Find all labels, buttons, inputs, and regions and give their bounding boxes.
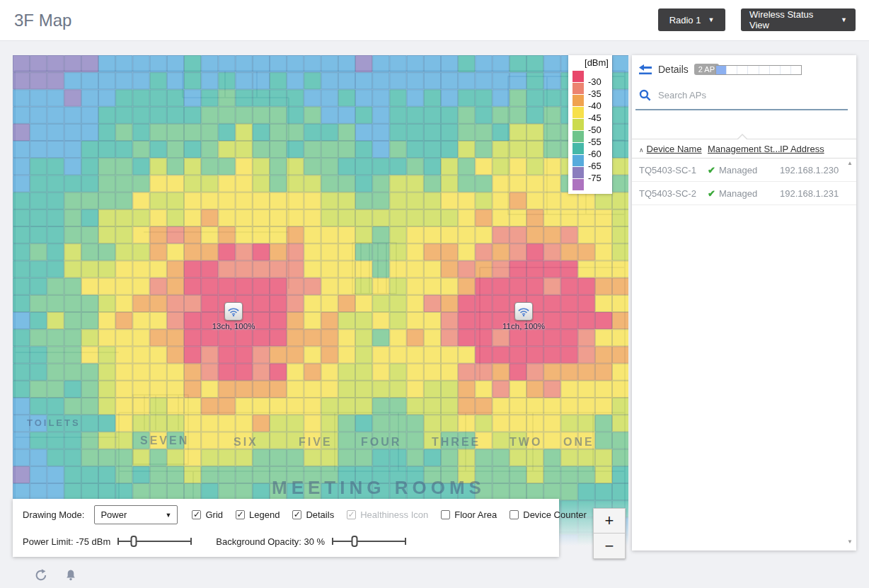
progress-segment [737, 66, 748, 74]
room-name-label: MEETING ROOMS [272, 477, 485, 499]
view-selector-button[interactable]: Wireless Status View ▼ [741, 8, 856, 31]
checkbox-label: Healthiness Icon [360, 509, 428, 520]
background-opacity-slider[interactable] [332, 534, 406, 548]
room-name-label: ONE [563, 436, 594, 449]
cell-management-status: ✔Managed [708, 165, 780, 175]
ap-table-row[interactable]: TQ5403-SC-2✔Managed192.168.1.231 [632, 182, 856, 205]
legend-swatch [572, 83, 584, 94]
progress-segment [791, 66, 801, 74]
page-title: 3F Map [14, 11, 71, 30]
zoom-out-button[interactable]: − [593, 534, 626, 559]
view-selector-label: Wireless Status View [749, 9, 834, 30]
legend-boundary-label: -60 [588, 149, 602, 159]
cell-device-name: TQ5403-SC-1 [639, 165, 708, 175]
zoom-in-button[interactable]: + [593, 508, 626, 534]
access-point-marker[interactable]: 11ch, 100% [514, 302, 533, 321]
search-aps-input[interactable]: Search APs [658, 90, 706, 100]
ap-channel-label: 13ch, 100% [212, 322, 255, 330]
room-name-label: TWO [510, 436, 542, 449]
checkbox-box[interactable] [441, 510, 450, 519]
room-name-label: SEVEN [140, 434, 189, 447]
health-progress-bar [715, 65, 802, 75]
legend-swatch [572, 107, 584, 118]
room-name-label: FOUR [361, 436, 401, 449]
ap-channel-label: 11ch, 100% [502, 322, 545, 330]
legend-boundary-label: -65 [588, 161, 602, 171]
table-header: ∧Device Name Management St... IP Address [632, 139, 856, 158]
details-panel: Details 2 AP Search APs ∧Device Name Man… [632, 55, 856, 550]
chevron-down-icon: ▼ [841, 16, 847, 23]
checkbox-box[interactable] [510, 510, 519, 519]
legend-boundary-label: -35 [588, 88, 602, 99]
checkbox-label: Legend [249, 509, 280, 520]
checkbox-grid[interactable]: ✓Grid [192, 509, 223, 520]
checkbox-legend[interactable]: ✓Legend [236, 509, 280, 520]
radio-selector-button[interactable]: Radio 1 ▼ [658, 8, 725, 31]
progress-segment [759, 66, 770, 74]
access-point-marker[interactable]: 13ch, 100% [224, 302, 243, 321]
legend-swatch [572, 119, 584, 130]
power-limit-slider[interactable] [117, 534, 192, 548]
drawing-controls-panel: Drawing Mode: Power ▼ ✓Grid✓Legend✓Detai… [13, 499, 559, 557]
room-name-label: FIVE [299, 436, 333, 449]
wifi-icon [517, 306, 530, 317]
managed-check-icon: ✔ [708, 165, 715, 175]
chevron-down-icon: ▼ [166, 512, 172, 519]
wifi-icon [227, 306, 240, 317]
checkbox-label: Device Counter [523, 509, 587, 520]
drawing-mode-label: Drawing Mode: [23, 509, 84, 520]
legend-swatch [572, 179, 584, 190]
progress-segment [716, 66, 727, 74]
collapse-panel-icon[interactable] [639, 64, 652, 75]
legend-boundary-label: -50 [588, 125, 602, 135]
progress-segment [781, 66, 791, 74]
scroll-up-icon[interactable]: ▲ [847, 160, 853, 166]
legend-boundary-label: -75 [588, 173, 602, 183]
checkbox-healthiness-icon: ✓Healthiness Icon [347, 509, 428, 520]
legend-boundary-label: -30 [588, 76, 602, 87]
column-management-status[interactable]: Management St... [708, 144, 780, 154]
legend-swatch [572, 131, 584, 142]
legend-boundary-label: -45 [588, 113, 602, 123]
room-name-label: TOILETS [27, 417, 81, 428]
checkbox-label: Details [306, 509, 334, 520]
ap-table-row[interactable]: TQ5403-SC-1✔Managed192.168.1.230 [632, 158, 856, 182]
app-header: 3F Map Radio 1 ▼ Wireless Status View ▼ [0, 0, 869, 41]
background-opacity-label: Background Opacity: 30 % [216, 536, 325, 547]
legend-swatch [572, 95, 584, 106]
managed-check-icon: ✔ [708, 188, 715, 199]
legend-boundary-label: -55 [588, 137, 602, 147]
legend-title: [dBm] [585, 57, 609, 68]
drawing-mode-value: Power [100, 509, 127, 520]
column-notch [737, 134, 748, 139]
room-name-label: THREE [432, 436, 480, 449]
layer-checkbox-group: ✓Grid✓Legend✓Details✓Healthiness IconFlo… [192, 509, 586, 520]
chevron-down-icon: ▼ [708, 16, 714, 23]
background-opacity-slider-thumb[interactable] [351, 536, 357, 547]
notification-bell-icon[interactable] [64, 568, 78, 582]
legend-swatch [572, 167, 584, 178]
column-ip-address[interactable]: IP Address [780, 144, 856, 154]
legend-swatch [572, 143, 584, 154]
column-device-name[interactable]: ∧Device Name [639, 144, 708, 154]
ap-table: TQ5403-SC-1✔Managed192.168.1.230TQ5403-S… [632, 158, 856, 205]
refresh-icon[interactable] [34, 568, 48, 582]
panel-scrollbar[interactable]: ▲ ▼ [845, 160, 855, 545]
dbm-legend: [dBm] -30-35-40-45-50-55-60-65-75 [568, 55, 612, 194]
progress-segment [727, 66, 737, 74]
checkbox-device-counter[interactable]: Device Counter [510, 509, 587, 520]
checkbox-box[interactable]: ✓ [192, 510, 201, 519]
details-panel-title[interactable]: Details [658, 64, 689, 75]
checkbox-box[interactable]: ✓ [236, 510, 245, 519]
power-limit-slider-thumb[interactable] [131, 536, 137, 547]
legend-swatch [572, 155, 584, 166]
checkbox-box[interactable]: ✓ [292, 510, 301, 519]
drawing-mode-select[interactable]: Power ▼ [94, 505, 178, 524]
search-icon [639, 89, 651, 101]
checkbox-box: ✓ [347, 510, 356, 519]
cell-management-status: ✔Managed [708, 188, 780, 199]
checkbox-details[interactable]: ✓Details [292, 509, 334, 520]
floor-heatmap[interactable]: TOILETSSEVENSIXFIVEFOURTHREETWOONEMEETIN… [13, 55, 628, 559]
scroll-down-icon[interactable]: ▼ [847, 538, 853, 545]
checkbox-floor-area[interactable]: Floor Area [441, 509, 497, 520]
